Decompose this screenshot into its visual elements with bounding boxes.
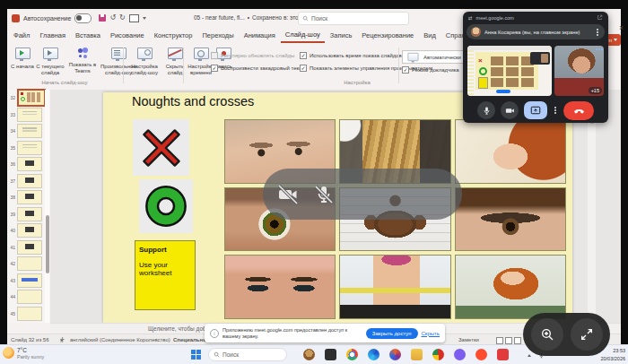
slide-thumbnail[interactable]: [17, 240, 42, 255]
slideshow-quick-icon[interactable]: [129, 14, 139, 22]
photo-redhead-woman-portrait[interactable]: [455, 255, 566, 319]
slide-sorter-icon[interactable]: [505, 337, 512, 344]
quick-access-dropdown-icon[interactable]: [143, 17, 146, 20]
tray-chevron-icon[interactable]: [528, 354, 531, 357]
presenter-view-checkbox[interactable]: Режим докладчика: [402, 66, 459, 74]
participant-bar[interactable]: Анна Косарева (вы, на главном экране): [467, 24, 605, 39]
camera-button[interactable]: [501, 101, 519, 119]
tab-insert[interactable]: Вставка: [71, 30, 105, 42]
thumbnail-row[interactable]: 45: [7, 306, 50, 322]
tab-draw[interactable]: Рисование: [106, 30, 149, 42]
taskbar-search[interactable]: Поиск: [208, 348, 287, 361]
thumbnail-row[interactable]: 40: [7, 222, 50, 238]
slide-thumbnail[interactable]: [17, 157, 42, 171]
update-slides-checkbox[interactable]: Регулярно обновлять слайды: [211, 52, 294, 59]
tab-slideshow[interactable]: Слайд-шоу: [281, 29, 325, 43]
tab-animations[interactable]: Анимация: [240, 30, 280, 42]
tab-design[interactable]: Конструктор: [150, 30, 197, 42]
save-icon[interactable]: [99, 14, 106, 22]
taskbar-app-edge[interactable]: [368, 349, 379, 360]
thumbnail-row[interactable]: 39: [7, 206, 50, 222]
photo-eye-long-lashes[interactable]: [455, 187, 566, 252]
language-indicator[interactable]: английский (Соединенное Королевство): [70, 337, 170, 342]
more-controls-icon[interactable]: [554, 109, 556, 111]
fullscreen-button[interactable]: [571, 318, 603, 351]
thumbnail-row[interactable]: 43: [7, 273, 50, 289]
cross-symbol[interactable]: [133, 119, 189, 176]
taskbar-app-folder[interactable]: [411, 349, 423, 360]
hide-slide-button[interactable]: Скрыть слайд: [161, 48, 188, 75]
photo-redhead-freckles[interactable]: [455, 119, 566, 184]
screen-share-tile[interactable]: ×: [467, 46, 552, 96]
thumbnail-row[interactable]: 35: [7, 140, 50, 156]
photo-waist-measuring-tape[interactable]: [339, 255, 450, 319]
panel-scrollbar[interactable]: [45, 90, 49, 323]
slide-thumbnail[interactable]: [17, 89, 46, 107]
slide-thumbnail[interactable]: [17, 190, 42, 204]
taskbar-clock[interactable]: 23:53 20/03/2026: [600, 347, 625, 363]
slide-thumbnail[interactable]: [17, 108, 42, 122]
more-participants-badge[interactable]: +15: [589, 87, 602, 94]
thumbnail-row[interactable]: 42: [7, 256, 50, 272]
photo-dramatic-eye-makeup[interactable]: [224, 255, 336, 319]
slideshow-view-icon[interactable]: [514, 337, 521, 344]
taskbar-app-pinned[interactable]: [497, 349, 509, 360]
present-in-teams-button[interactable]: Показать в Teams: [65, 48, 100, 74]
mic-button[interactable]: [477, 101, 495, 119]
slide-thumbnail[interactable]: [17, 174, 42, 188]
tab-file[interactable]: Файл: [9, 30, 34, 42]
thumbnail-row[interactable]: 36: [7, 156, 50, 172]
webcam-tile[interactable]: +15: [554, 46, 604, 96]
setup-slideshow-button[interactable]: Настройка слайд-шоу: [127, 48, 161, 75]
slide[interactable]: Noughts and crosses Support Use your wor…: [103, 92, 572, 323]
thumbnail-row[interactable]: 34: [7, 123, 50, 139]
taskbar-app-chrome[interactable]: [346, 349, 358, 360]
slide-thumbnail[interactable]: [17, 256, 42, 271]
autosave-toggle[interactable]: [74, 13, 92, 23]
use-timings-checkbox[interactable]: Использовать время показа слайдов: [300, 52, 402, 59]
thumbnail-row[interactable]: 44: [7, 289, 50, 305]
slide-thumbnail[interactable]: [17, 141, 42, 155]
end-call-button[interactable]: [563, 101, 594, 120]
taskbar-app-opera[interactable]: [475, 349, 487, 360]
from-current-slide-button[interactable]: С текущего слайда: [34, 48, 66, 75]
thumbnail-row[interactable]: 37: [7, 173, 50, 189]
slide-thumbnail[interactable]: [17, 290, 42, 304]
hide-link[interactable]: Скрыть: [422, 331, 440, 336]
meet-pip-window[interactable]: ⇄ meet.google.com Анна Косарева (вы, на …: [463, 12, 608, 123]
accessibility-icon[interactable]: [59, 336, 65, 343]
thumbnail-row-selected[interactable]: 32: [7, 90, 50, 106]
slide-thumbnail[interactable]: [17, 307, 42, 321]
notes-toggle[interactable]: Заметки: [458, 337, 479, 342]
taskbar-app-media[interactable]: [432, 349, 444, 360]
slide-thumbnail[interactable]: [17, 273, 42, 288]
from-beginning-button[interactable]: С начала: [9, 48, 36, 70]
slide-title[interactable]: Noughts and crosses: [132, 94, 254, 108]
slide-thumbnail[interactable]: [17, 207, 42, 221]
present-button[interactable]: [524, 101, 547, 119]
more-options-icon[interactable]: [597, 31, 598, 33]
redo-icon[interactable]: ↻: [119, 14, 126, 22]
start-button[interactable]: [191, 350, 201, 360]
tab-record[interactable]: Запись: [326, 30, 357, 42]
scrollbar-thumb[interactable]: [46, 215, 49, 273]
slide-thumbnail[interactable]: [17, 223, 42, 238]
tile-options-icon[interactable]: [598, 48, 600, 50]
vertical-scrollbar[interactable]: [588, 90, 596, 323]
open-in-new-icon[interactable]: [597, 14, 603, 21]
nought-symbol[interactable]: [139, 179, 193, 233]
thumbnail-row[interactable]: 41: [7, 239, 50, 256]
stop-sharing-button[interactable]: Закрыть доступ: [366, 328, 418, 339]
thumbnail-row[interactable]: 38: [7, 189, 50, 205]
taskbar-app-browser[interactable]: [389, 349, 401, 360]
undo-icon[interactable]: ↺: [109, 14, 116, 22]
normal-view-icon[interactable]: [496, 337, 503, 344]
tab-review[interactable]: Рецензирование: [357, 30, 418, 42]
tab-home[interactable]: Главная: [35, 30, 70, 42]
slide-thumbnail[interactable]: [17, 124, 42, 138]
search-input[interactable]: Поиск: [298, 12, 409, 25]
taskbar-app-viber[interactable]: [454, 349, 466, 360]
weather-widget[interactable]: 7°C Partly sunny: [3, 347, 44, 360]
support-box[interactable]: Support Use your worksheet: [135, 240, 196, 310]
close-window-button[interactable]: ×: [619, 23, 624, 32]
